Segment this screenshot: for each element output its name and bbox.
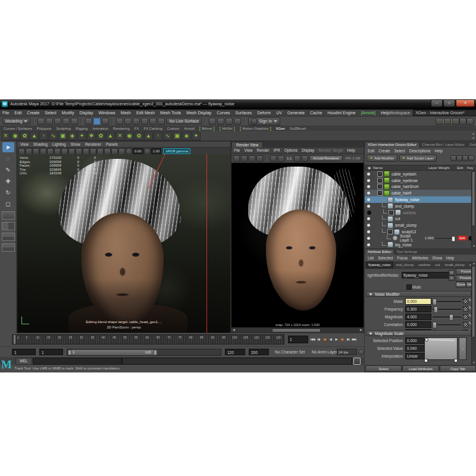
attr-slider[interactable] (433, 309, 461, 311)
viewport-toolbar-icon[interactable] (97, 148, 104, 155)
xgen-menu-descriptions[interactable]: Descriptions (409, 149, 431, 153)
xgen-shelf-icon[interactable]: ▲ (144, 131, 153, 140)
menu-display[interactable]: Display (79, 111, 93, 115)
shelf-tab-xgen[interactable]: XGen (276, 127, 285, 131)
layer-row-big-noise[interactable]: big_noise (365, 242, 472, 248)
menu-surfaces[interactable]: Surfaces (236, 111, 252, 115)
render-current-frame-icon[interactable] (209, 118, 216, 125)
animation-end-field[interactable]: 200 (249, 349, 269, 355)
fps-dropdown[interactable]: 24 fps (337, 349, 357, 355)
attribute-editor-menu-list[interactable]: List (368, 256, 374, 260)
range-start-handle[interactable] (68, 350, 71, 355)
xgen-shelf-icon[interactable]: ✿ (96, 131, 105, 140)
select-tool-icon[interactable]: ➤ (2, 142, 14, 152)
maximize-button[interactable]: □ (443, 99, 455, 107)
viewport-toolbar-icon[interactable] (68, 148, 75, 155)
divider[interactable] (244, 118, 245, 125)
layout-single-pane-button[interactable] (2, 211, 15, 220)
layer-weight-column-header[interactable]: Layer Weight (428, 166, 457, 170)
ramp-position-handle[interactable] (424, 359, 428, 362)
layer-row-small-clump[interactable]: small_clump (365, 222, 472, 228)
map-texture-icon[interactable] (463, 299, 468, 304)
xgen-list-scrollbar[interactable]: ▼ (471, 171, 476, 248)
xgen-shelf-icon[interactable]: ▣ (173, 131, 181, 140)
scroll-down-icon[interactable]: ▼ (472, 244, 476, 248)
viewport-toolbar-icon[interactable] (90, 148, 96, 155)
menu-arnold[interactable]: [Arnold] (361, 111, 375, 115)
playback-end-field[interactable]: 120 (225, 349, 245, 355)
attribute-editor-menu-help[interactable]: Help (446, 256, 454, 260)
xgen-shelf-icon[interactable]: ▲ (106, 131, 115, 140)
attribute-editor-menu-show[interactable]: Show (433, 256, 442, 260)
make-live-icon[interactable] (158, 118, 165, 125)
shelf-tab-arnold[interactable]: Arnold (184, 127, 195, 131)
rotate-tool-icon[interactable]: ↻ (2, 187, 14, 198)
auto-keyframe-icon[interactable] (358, 349, 364, 355)
menu-create[interactable]: Create (27, 111, 39, 115)
tab-outliner[interactable]: Outliner (467, 142, 476, 148)
viewport-toolbar-icon[interactable] (26, 148, 32, 155)
attr-value-field[interactable]: 0.300 (405, 306, 431, 312)
viewport-menu-panels[interactable]: Panels (106, 142, 118, 146)
menu-mesh-display[interactable]: Mesh Display (186, 111, 211, 115)
display-rgb-icon[interactable] (302, 155, 308, 162)
display-layer-icon[interactable] (234, 118, 241, 125)
xgen-shelf-icon[interactable]: ✦ (77, 131, 86, 140)
shelf-tab-animation[interactable]: Animation (92, 127, 108, 131)
snap-curve-icon[interactable] (124, 118, 131, 125)
step-forward-key-button[interactable]: ▶| (339, 335, 345, 343)
divider[interactable] (33, 118, 35, 125)
xgen-shelf-icon[interactable]: ✿ (134, 131, 143, 140)
xgen-shelf-icon[interactable]: ▲ (30, 131, 39, 140)
ramp-point[interactable] (425, 338, 428, 342)
select-button[interactable]: Select (365, 365, 402, 372)
viewport-toolbar-icon[interactable] (104, 148, 111, 155)
range-slider[interactable]: 1 120 (67, 349, 221, 356)
new-scene-icon[interactable] (37, 118, 45, 125)
viewport-menu-renderer[interactable]: Renderer (85, 142, 101, 146)
viewport-toolbar-icon[interactable] (18, 148, 25, 155)
menu-help[interactable]: Help (381, 111, 389, 115)
save-scene-icon[interactable] (54, 118, 61, 125)
attr-slider[interactable] (433, 324, 461, 326)
layer-row-cable-eyebrow[interactable]: -cable_eyebrow (365, 177, 472, 184)
node-tab-cut[interactable]: cut (433, 262, 441, 268)
layer-row-cut[interactable]: cut (365, 216, 472, 223)
viewport-toolbar-icon[interactable] (54, 148, 61, 155)
add-modifier-button[interactable]: ✦Add Modifier (367, 155, 397, 162)
render-icon[interactable] (233, 155, 240, 162)
xgen-menu-create[interactable]: Create (378, 149, 390, 153)
menu-modify[interactable]: Modify (62, 111, 74, 115)
shelf-tab-gozbrush[interactable]: GoZBrush (290, 127, 306, 131)
expand-collapse-icon[interactable]: - (377, 178, 383, 183)
renderer-dropdown[interactable]: Arnold Renderer (309, 155, 343, 162)
playback-start-field[interactable]: 1 (39, 349, 63, 355)
scroll-down-icon[interactable]: ▼ (472, 361, 476, 365)
expand-collapse-icon[interactable]: - (377, 171, 383, 177)
render-view-canvas[interactable]: snap: 724 x 1024 zoom: 1.000 (231, 163, 364, 328)
time-slider[interactable]: 1510152025303540455055606570758085909510… (12, 334, 284, 345)
attr-slider[interactable] (433, 317, 461, 318)
layer-row-cable-hairfl[interactable]: -cable_hairfl (365, 190, 472, 196)
render-view-menu-options[interactable]: Options (284, 148, 298, 152)
live-surface-field[interactable]: No Live Surface (166, 118, 202, 125)
select-hierarchy-icon[interactable] (85, 118, 92, 125)
visibility-dot[interactable] (367, 198, 370, 201)
sign-in-button[interactable]: Sign In (248, 117, 280, 126)
visibility-dot[interactable] (367, 217, 370, 220)
view-transform-dropdown[interactable]: sRGB gamma (163, 148, 190, 154)
anim-layer-dropdown[interactable]: No Anim Layer (312, 350, 337, 354)
attribute-editor-toggle-icon[interactable] (452, 118, 459, 125)
guide-curve[interactable] (206, 154, 207, 333)
ipr-render-icon[interactable] (249, 155, 255, 162)
pin-node-icon[interactable]: + (449, 275, 455, 281)
node-name-field[interactable]: flyaway_noise (402, 272, 449, 278)
xgen-shelf-icon[interactable]: ∿ (49, 131, 58, 140)
close-button[interactable]: ✕ (456, 99, 475, 107)
render-view-menu-file[interactable]: File (234, 148, 240, 152)
step-back-key-button[interactable]: |◀ (321, 335, 327, 343)
viewport-toolbar-icon[interactable] (83, 148, 89, 155)
redo-render-icon[interactable] (241, 155, 248, 162)
viewport-toolbar-icon[interactable] (111, 148, 118, 155)
gamma-icon[interactable] (144, 148, 151, 155)
